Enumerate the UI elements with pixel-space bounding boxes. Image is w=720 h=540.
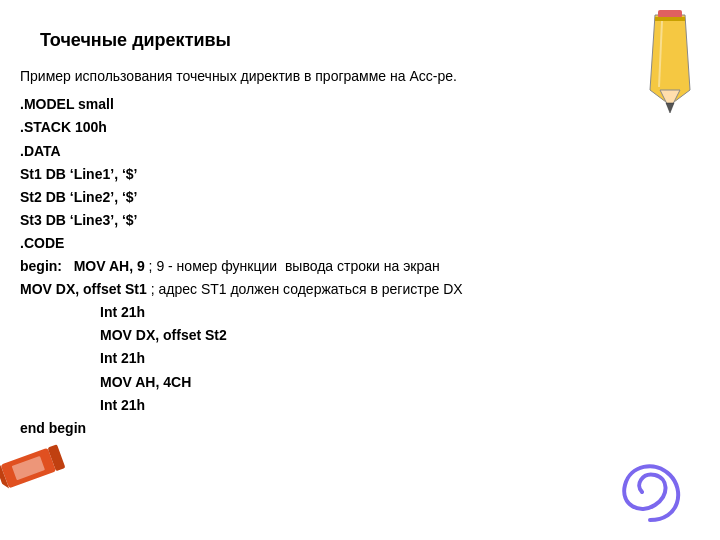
code-line-6: St3 DB ‘Line3’, ‘$’	[20, 209, 680, 232]
comment-1: ; 9 - номер функции вывода строки на экр…	[149, 258, 440, 274]
code-line-12: Int 21h	[100, 347, 680, 370]
code-line-3: .DATA	[20, 140, 680, 163]
pencil-bottom-left-decoration	[0, 430, 90, 510]
code-line-5: St2 DB ‘Line2’, ‘$’	[20, 186, 680, 209]
code-block: .MODEL small .STACK 100h .DATA St1 DB ‘L…	[20, 93, 680, 439]
code-line-8: begin: MOV AH, 9 ; 9 - номер функции выв…	[20, 255, 680, 278]
code-line-11: MOV DX, offset St2	[100, 324, 680, 347]
svg-rect-3	[658, 10, 682, 18]
comment-2: ; адрес ST1 должен содержаться в регистр…	[151, 281, 463, 297]
svg-rect-4	[655, 17, 685, 21]
code-line-14: Int 21h	[100, 394, 680, 417]
code-line-9: MOV DX, offset St1 ; адрес ST1 должен со…	[20, 278, 680, 301]
code-line-1: .MODEL small	[20, 93, 680, 116]
svg-marker-2	[666, 103, 674, 113]
pencil-top-right-decoration	[640, 5, 700, 115]
code-line-13: MOV AH, 4CH	[100, 371, 680, 394]
code-line-7: .CODE	[20, 232, 680, 255]
swirl-bottom-right-decoration	[610, 450, 690, 530]
code-line-4: St1 DB ‘Line1’, ‘$’	[20, 163, 680, 186]
slide-container: Точечные директивы Пример использования …	[0, 0, 720, 540]
slide-title: Точечные директивы	[40, 30, 680, 51]
code-line-15: end begin	[20, 417, 680, 440]
code-line-10: Int 21h	[100, 301, 680, 324]
intro-text: Пример использования точечных директив в…	[20, 65, 680, 87]
slide-content: Пример использования точечных директив в…	[20, 65, 680, 440]
code-line-2: .STACK 100h	[20, 116, 680, 139]
